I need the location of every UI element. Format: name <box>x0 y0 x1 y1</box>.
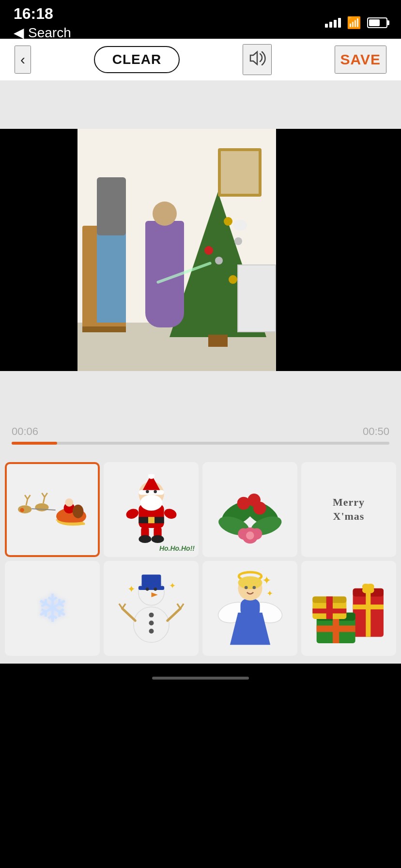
svg-line-56 <box>180 604 184 608</box>
status-icons: 📶 <box>325 16 387 30</box>
svg-point-4 <box>20 508 24 512</box>
svg-point-65 <box>238 576 262 589</box>
svg-point-26 <box>146 490 149 493</box>
status-bar: 16:18 ◀ Search 📶 <box>0 0 401 39</box>
timeline-area: 00:06 00:50 <box>0 419 401 454</box>
save-button[interactable]: SAVE <box>335 46 386 74</box>
svg-text:✦: ✦ <box>127 584 135 594</box>
svg-point-49 <box>149 620 154 625</box>
video-player[interactable] <box>0 129 401 371</box>
snowman-icon: ✦ ✦ <box>116 568 187 649</box>
snowflake-icon: ❄ <box>36 586 69 631</box>
chair-seat-top <box>82 326 126 332</box>
status-time: 16:18 <box>14 5 71 23</box>
speaker-icon <box>248 50 266 65</box>
svg-text:✦: ✦ <box>266 589 273 598</box>
svg-rect-62 <box>240 599 260 617</box>
svg-rect-43 <box>141 574 161 588</box>
svg-point-48 <box>149 612 154 617</box>
svg-line-6 <box>44 497 45 504</box>
santa-sled-icon <box>11 468 93 550</box>
svg-point-25 <box>140 495 162 511</box>
timeline-bar[interactable] <box>12 442 389 445</box>
child1-shirt <box>97 177 126 235</box>
holly-icon <box>210 469 291 550</box>
child1-jeans <box>97 226 126 323</box>
clear-button[interactable]: CLEAR <box>94 46 180 73</box>
mirror <box>218 148 262 197</box>
video-frame <box>77 129 276 371</box>
svg-rect-72 <box>366 588 370 636</box>
child2-head <box>153 202 177 226</box>
sticker-holly[interactable] <box>202 462 297 557</box>
timeline-timestamps: 00:06 00:50 <box>12 419 389 442</box>
svg-point-13 <box>73 505 84 518</box>
sticker-panel: Ho.Ho.Ho!! <box>0 454 401 664</box>
svg-line-52 <box>167 608 180 620</box>
svg-rect-17 <box>148 517 154 523</box>
svg-point-66 <box>244 586 247 589</box>
tree-trunk <box>208 335 228 347</box>
svg-point-36 <box>253 501 266 514</box>
svg-text:✦: ✦ <box>169 581 176 590</box>
sticker-gifts[interactable] <box>301 561 396 656</box>
bauble3 <box>215 257 223 264</box>
svg-point-28 <box>124 507 139 520</box>
svg-rect-80 <box>316 625 355 632</box>
santa-hohoho-icon <box>116 474 187 545</box>
video-right-bar <box>276 129 401 371</box>
status-nav: ◀ Search <box>14 25 71 41</box>
back-button[interactable]: ‹ <box>15 46 31 74</box>
bauble4 <box>229 275 237 284</box>
hohoho-text: Ho.Ho.Ho!! <box>159 544 195 552</box>
svg-point-21 <box>151 535 164 542</box>
svg-line-8 <box>45 493 47 497</box>
svg-point-45 <box>145 588 149 591</box>
svg-point-67 <box>252 586 256 589</box>
svg-rect-86 <box>326 596 332 619</box>
svg-line-3 <box>28 495 31 499</box>
video-bottom-area <box>0 371 401 419</box>
sticker-santa-hohoho[interactable]: Ho.Ho.Ho!! <box>104 462 199 557</box>
sticker-angel[interactable]: ✦ ✦ <box>202 561 297 656</box>
angel-icon: ✦ ✦ <box>215 568 286 649</box>
svg-point-5 <box>35 503 49 512</box>
home-indicator <box>152 677 249 680</box>
cabinet <box>237 264 276 332</box>
video-left-bar <box>0 129 77 371</box>
svg-rect-44 <box>138 586 164 589</box>
video-top-area <box>0 80 401 129</box>
total-time: 00:50 <box>363 425 389 438</box>
sound-button[interactable] <box>243 44 272 75</box>
bauble2 <box>234 237 242 245</box>
svg-rect-23 <box>139 490 164 495</box>
battery-icon <box>367 17 387 28</box>
bottom-bar <box>0 664 401 693</box>
svg-point-0 <box>18 506 32 514</box>
svg-point-50 <box>149 629 154 634</box>
merry-xmas-text: MerryX'mas <box>328 491 370 528</box>
back-arrow-icon: ◀ <box>14 25 24 41</box>
gifts-icon <box>308 571 389 647</box>
sticker-santa-sled[interactable] <box>5 462 100 557</box>
svg-point-46 <box>154 588 157 591</box>
sticker-snowman[interactable]: ✦ ✦ <box>104 561 199 656</box>
signal-icon <box>325 18 341 28</box>
sticker-merry-xmas[interactable]: MerryX'mas <box>301 462 396 557</box>
sheep-ornament <box>233 220 247 231</box>
svg-point-29 <box>163 507 178 520</box>
sticker-snowflake[interactable]: ❄ <box>5 561 100 656</box>
svg-point-12 <box>65 498 74 507</box>
top-nav: ‹ CLEAR SAVE <box>0 39 401 80</box>
svg-point-40 <box>246 531 254 540</box>
svg-line-1 <box>26 499 28 506</box>
timeline-progress <box>12 442 57 445</box>
svg-line-51 <box>122 608 135 620</box>
svg-text:✦: ✦ <box>262 574 271 587</box>
svg-rect-87 <box>312 608 346 613</box>
bauble5 <box>204 246 213 255</box>
sticker-grid: Ho.Ho.Ho!! <box>5 462 396 656</box>
bauble1 <box>224 217 232 226</box>
svg-point-20 <box>139 535 151 542</box>
wifi-icon: 📶 <box>347 16 361 30</box>
